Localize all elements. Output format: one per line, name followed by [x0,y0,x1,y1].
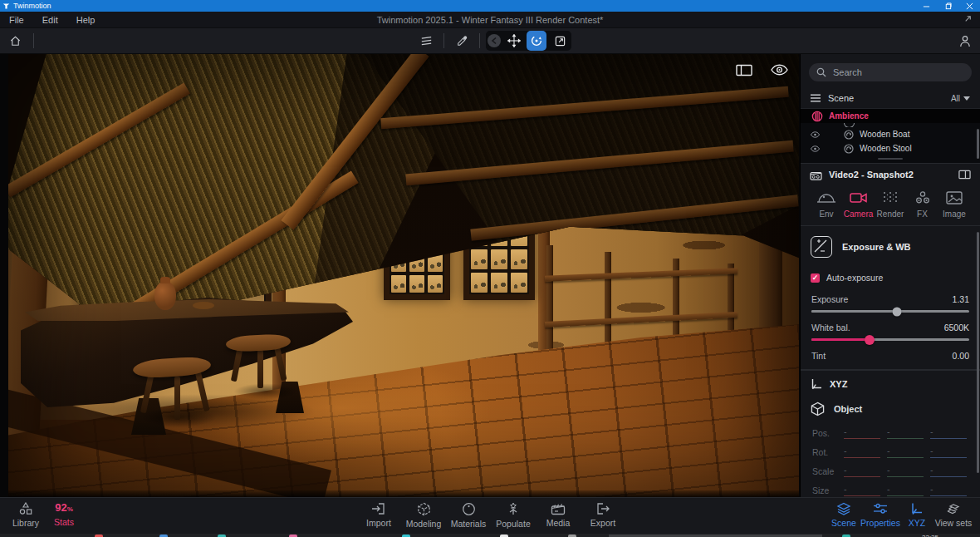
white-balance-slider[interactable] [801,338,980,341]
tab-fx[interactable]: FX [907,190,938,219]
user-account-icon[interactable] [959,28,971,53]
size-y-field[interactable]: - [887,484,924,496]
scale-z-field[interactable]: - [930,465,967,477]
position-x-field[interactable]: - [844,426,880,439]
search-icon [816,67,826,77]
scrollbar-thumb[interactable] [977,129,979,159]
tab-label: Image [943,209,966,219]
scale-y-field[interactable]: - [887,465,924,477]
viewport-menu-icon[interactable] [419,28,434,53]
undo-selection-icon[interactable] [488,34,501,47]
eyedropper-icon[interactable] [456,28,468,53]
tab-image[interactable]: Image [938,190,970,219]
close-button[interactable] [958,0,980,12]
rotation-x-field[interactable]: - [844,446,880,458]
tree-resize-grip[interactable] [878,158,903,160]
materials-button[interactable]: Materials [446,502,491,529]
gizmo-tool-group [486,31,571,51]
auto-exposure-row[interactable]: ✓ Auto-exposure [801,261,980,284]
rotation-row: Rot. - - - [801,439,980,458]
move-tool-button[interactable] [504,31,524,51]
stats-button[interactable]: 92% Stats [42,502,86,527]
modeling-button[interactable]: Modeling [401,502,446,529]
modeling-icon [417,502,431,516]
search-box[interactable] [809,63,972,81]
eye-icon[interactable] [811,145,820,152]
scene-header: Scene All [801,88,980,108]
menu-file[interactable]: File [0,15,33,25]
materials-label: Materials [451,519,487,529]
tab-label: FX [917,209,928,219]
property-tabs: Env Camera Render [801,185,980,226]
media-label: Media [546,518,571,528]
xyz-axis-icon [811,378,822,390]
rotate-tool-button[interactable] [527,31,546,51]
view-sets-button[interactable]: View sets [931,502,976,528]
menu-bar: Twinmotion 2025.1 - Winter Fantasy III R… [0,12,980,28]
panel-toggle-icon[interactable] [958,170,971,180]
visibility-eye-icon[interactable] [771,64,788,76]
expand-icon[interactable] [963,13,973,24]
position-y-field[interactable]: - [887,426,924,439]
export-button[interactable]: Export [581,502,625,528]
clapperboard-icon [810,170,822,180]
taskbar-clock: 22:25 [922,534,938,537]
white-balance-value[interactable]: 6500K [944,323,969,333]
rotation-y-field[interactable]: - [887,446,924,458]
scale-x-field[interactable]: - [844,465,880,477]
image-icon [944,190,964,205]
position-z-field[interactable]: - [930,426,967,439]
object-row: Object [801,395,980,420]
scene-tree: Ambience Wooden Boat [801,108,980,164]
stats-label: Stats [54,517,74,527]
white-balance-row: White bal. 6500K [801,313,980,333]
hamburger-icon[interactable] [811,94,821,102]
tint-value[interactable]: 0.00 [953,351,969,361]
exposure-value[interactable]: 1.31 [953,294,969,304]
maximize-button[interactable] [937,0,958,12]
exposure-label: Exposure [811,294,848,304]
slider-handle[interactable] [892,307,901,316]
tab-render[interactable]: Render [875,190,906,219]
populate-button[interactable]: Populate [491,502,536,529]
library-label: Library [12,518,39,528]
media-header: Video2 - Snapshot2 [801,164,980,185]
menu-help[interactable]: Help [67,15,105,25]
xyz-axis-icon [910,502,924,515]
minimize-button[interactable] [915,0,937,12]
exposure-slider[interactable] [801,310,980,313]
tree-item-wooden-boat[interactable]: Wooden Boat [801,127,980,141]
size-z-field[interactable]: - [930,484,967,496]
render-dots-icon [880,190,900,205]
tree-item-wooden-stool[interactable]: Wooden Stool [801,141,980,155]
scale-tool-button[interactable] [550,31,570,51]
tree-item-ambience[interactable]: Ambience [801,109,980,123]
toolbar-divider [33,33,34,48]
tab-env[interactable]: Env [811,190,842,219]
tree-item-label: Wooden Stool [860,144,912,153]
materials-icon [462,502,476,516]
import-button[interactable]: Import [356,502,401,528]
home-button[interactable] [9,28,22,53]
search-input[interactable] [831,67,951,78]
scene-filter-dropdown[interactable]: All [951,94,970,103]
size-x-field[interactable]: - [844,484,880,496]
chevron-down-icon [963,96,970,101]
scrollbar-thumb[interactable] [977,232,979,473]
tab-camera[interactable]: Camera [843,190,875,219]
rotation-z-field[interactable]: - [930,446,967,458]
sliders-icon [873,502,888,515]
checkbox-checked-icon[interactable]: ✓ [811,273,820,283]
scene-filter-value: All [951,94,960,103]
rotation-label: Rot. [812,447,837,457]
scene-view-label: Scene [831,518,856,528]
eye-icon[interactable] [811,131,820,138]
menu-edit[interactable]: Edit [33,15,67,25]
slider-handle[interactable] [865,335,875,345]
viewport-layout-icon[interactable] [736,64,752,76]
main-toolbar [0,28,980,54]
viewport-3d-render[interactable] [8,54,799,497]
right-panel: Scene All Ambience [800,54,980,497]
media-button[interactable]: Media [536,502,581,528]
import-label: Import [366,518,391,528]
